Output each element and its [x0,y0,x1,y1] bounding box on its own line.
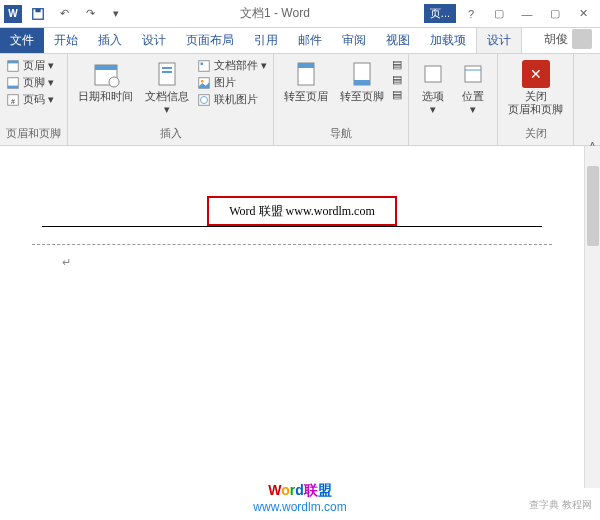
svg-rect-12 [162,67,172,69]
pagenum-button[interactable]: #页码 ▾ [6,92,61,107]
position-button[interactable]: 位置▾ [455,58,491,129]
group-label: 关闭 [504,126,567,141]
tab-file[interactable]: 文件 [0,28,44,53]
tab-layout[interactable]: 页面布局 [176,28,244,53]
svg-rect-3 [8,60,19,63]
watermark: Word联盟 www.wordlm.com [0,482,600,514]
header-text[interactable]: Word 联盟 www.wordlm.com [229,203,375,220]
window-title: 文档1 - Word [126,5,424,22]
svg-rect-15 [201,62,204,65]
group-insert: 日期和时间 文档信息▾ 文档部件 ▾ 图片 联机图片 插入 [68,54,274,145]
help-icon[interactable]: ? [458,4,484,24]
avatar-icon [572,29,592,49]
nav-next-button[interactable]: ▤ [392,73,402,86]
ribbon-tabs: 文件 开始 插入 设计 页面布局 引用 邮件 审阅 视图 加载项 设计 胡俊 [0,28,600,54]
tab-view[interactable]: 视图 [376,28,420,53]
ribbon: 页眉 ▾ 页脚 ▾ #页码 ▾ 页眉和页脚 日期和时间 文档信息▾ 文档部件 ▾… [0,54,600,146]
datetime-button[interactable]: 日期和时间 [74,58,137,126]
contextual-tab-label[interactable]: 页... [424,4,456,23]
svg-rect-1 [35,8,40,12]
tab-addins[interactable]: 加载项 [420,28,476,53]
docinfo-button[interactable]: 文档信息▾ [141,58,193,126]
page: Word 联盟 www.wordlm.com ↵ [32,176,552,476]
svg-rect-11 [159,63,175,85]
goto-footer-button[interactable]: 转至页脚 [336,58,388,126]
minimize-icon[interactable]: — [514,4,540,24]
tab-review[interactable]: 审阅 [332,28,376,53]
calendar-icon [92,60,120,88]
header-highlight-box: Word 联盟 www.wordlm.com [207,196,397,226]
docparts-button[interactable]: 文档部件 ▾ [197,58,267,73]
undo-icon[interactable]: ↶ [54,4,74,24]
svg-text:#: # [11,97,15,104]
qat-dropdown-icon[interactable]: ▾ [106,4,126,24]
svg-rect-13 [162,71,172,73]
watermark-source: 查字典 教程网 [529,498,592,512]
options-icon [419,60,447,88]
group-label: 导航 [280,126,402,141]
svg-rect-24 [425,66,441,82]
svg-rect-9 [95,65,117,70]
watermark-logo: Word联盟 [268,482,332,500]
goto-footer-icon [348,60,376,88]
app-icon: W [4,5,22,23]
titlebar: W ↶ ↷ ▾ 文档1 - Word 页... ? ▢ — ▢ ✕ [0,0,600,28]
svg-rect-25 [465,66,481,82]
tab-home[interactable]: 开始 [44,28,88,53]
document-icon [153,60,181,88]
ribbon-options-icon[interactable]: ▢ [486,4,512,24]
paragraph-mark: ↵ [62,256,71,269]
group-label: 插入 [74,126,267,141]
tab-hf-design[interactable]: 设计 [476,27,522,53]
group-label [415,129,491,141]
group-options: 选项▾ 位置▾ [409,54,498,145]
svg-rect-14 [199,60,210,71]
nav-link-button[interactable]: ▤ [392,88,402,101]
options-button[interactable]: 选项▾ [415,58,451,129]
group-label: 页眉和页脚 [6,126,61,141]
svg-point-10 [109,77,119,87]
tab-mailings[interactable]: 邮件 [288,28,332,53]
group-header-footer: 页眉 ▾ 页脚 ▾ #页码 ▾ 页眉和页脚 [0,54,68,145]
svg-rect-21 [298,63,314,68]
online-picture-button[interactable]: 联机图片 [197,92,267,107]
header-rule [42,226,542,227]
footer-button[interactable]: 页脚 ▾ [6,75,61,90]
maximize-icon[interactable]: ▢ [542,4,568,24]
close-hf-button[interactable]: ✕ 关闭 页眉和页脚 [504,58,567,118]
group-navigation: 转至页眉 转至页脚 ▤ ▤ ▤ 导航 [274,54,409,145]
close-window-icon[interactable]: ✕ [570,4,596,24]
quick-access-toolbar: ↶ ↷ ▾ [28,4,126,24]
group-close: ✕ 关闭 页眉和页脚 关闭 [498,54,574,145]
vertical-scrollbar[interactable] [584,146,600,488]
svg-rect-23 [354,80,370,85]
goto-header-icon [292,60,320,88]
header-boundary [32,244,552,245]
svg-point-17 [201,79,204,82]
user-account[interactable]: 胡俊 [536,25,600,53]
picture-button[interactable]: 图片 [197,75,267,90]
document-area[interactable]: Word 联盟 www.wordlm.com ↵ [0,146,600,488]
goto-header-button[interactable]: 转至页眉 [280,58,332,126]
tab-insert[interactable]: 插入 [88,28,132,53]
save-icon[interactable] [28,4,48,24]
redo-icon[interactable]: ↷ [80,4,100,24]
close-icon: ✕ [522,60,550,88]
user-name: 胡俊 [544,31,568,48]
watermark-url: www.wordlm.com [253,500,346,514]
tab-design[interactable]: 设计 [132,28,176,53]
svg-rect-5 [8,85,19,88]
nav-prev-button[interactable]: ▤ [392,58,402,71]
position-icon [459,60,487,88]
scroll-thumb[interactable] [587,166,599,246]
tab-references[interactable]: 引用 [244,28,288,53]
header-button[interactable]: 页眉 ▾ [6,58,61,73]
